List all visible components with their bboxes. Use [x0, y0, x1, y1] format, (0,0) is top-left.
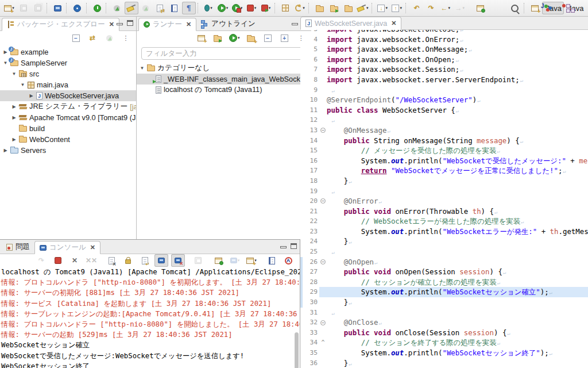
code-line[interactable]: 6import javax.websocket.OnOpen;↵	[300, 55, 588, 65]
code-line[interactable]: 35 System.out.println("WebSocketセッション終了"…	[300, 348, 588, 358]
new-package-icon[interactable]	[278, 2, 292, 14]
fold-collapse-icon[interactable]: −	[319, 125, 327, 136]
last-edit-location-icon[interactable]: ←▾	[439, 2, 452, 14]
tab-problems[interactable]: 問題	[2, 240, 34, 254]
tree-item-servers[interactable]: ▶Servers	[0, 145, 136, 156]
tree-item-tomcat-library[interactable]: ▶Apache Tomcat v9.0 [Tomcat9 (Ja	[0, 112, 136, 123]
code-line[interactable]: 24 }↵	[300, 236, 588, 247]
tree-expanded-arrow[interactable]: ▼	[20, 82, 25, 87]
ansi-console-icon[interactable]: A	[281, 254, 295, 267]
open-console-icon[interactable]: ▾	[245, 254, 258, 267]
new-folder-icon[interactable]	[244, 32, 258, 44]
code-line[interactable]: 29 System.out.println("WebSocketセッション確立"…	[300, 287, 588, 297]
search-icon[interactable]	[508, 2, 522, 14]
code-line[interactable]: 19 ↵	[300, 186, 588, 197]
close-icon[interactable]: ✕	[391, 20, 396, 27]
code-line[interactable]: 21 public void onError(Throwable th) {↵	[300, 206, 588, 217]
minimize-button[interactable]	[292, 23, 298, 25]
code-line[interactable]: 17 return "WebSocketでメッセージを正常に受信しました!";↵	[300, 166, 588, 176]
format-brush-icon[interactable]	[125, 2, 138, 14]
run-icon[interactable]: ▾	[227, 32, 241, 44]
back-history-icon[interactable]: ↶	[410, 2, 424, 14]
code-line[interactable]: 4import javax.websocket.OnError;↵	[300, 34, 588, 45]
code-line[interactable]: 5import javax.websocket.OnMessage;↵	[300, 44, 588, 55]
clear-console-icon[interactable]: ✕	[105, 254, 118, 267]
pin-editor-icon[interactable]	[474, 2, 488, 14]
scroll-lock-icon[interactable]	[121, 254, 135, 267]
tree-item-websocketserver-java[interactable]: ▶JWebSocketServer.java	[0, 90, 136, 101]
import-folder-icon[interactable]	[313, 2, 327, 14]
export-folder-icon[interactable]	[327, 2, 341, 14]
tree-item-src[interactable]: ▼src	[0, 68, 136, 79]
console-scrollbar[interactable]	[295, 332, 299, 368]
tree-collapsed-arrow[interactable]: ▶	[3, 148, 8, 153]
open-perspective-icon[interactable]	[528, 2, 541, 14]
tab-console[interactable]: コンソール ✕	[34, 241, 100, 254]
restart-icon[interactable]: ▾	[293, 2, 307, 14]
show-stdout-when-changed-icon[interactable]	[154, 254, 168, 267]
tree-item-build[interactable]: build	[0, 123, 136, 134]
close-icon[interactable]: ✕	[90, 244, 95, 251]
tomcat-settings-icon[interactable]	[71, 2, 84, 14]
code-line[interactable]: 20− @OnError↵	[300, 196, 588, 206]
profile-icon[interactable]	[110, 2, 124, 14]
sync-files-icon[interactable]: ⇄	[153, 2, 167, 14]
expand-all-icon[interactable]: +	[277, 32, 291, 44]
tree-item-localhost-tomcat[interactable]: localhost の Tomcat9 (Java11)	[137, 85, 311, 95]
javadoc-icon[interactable]	[168, 2, 181, 14]
tree-item-no-category[interactable]: ▼カテゴリーなし	[137, 63, 311, 74]
code-line[interactable]: 18 }↵	[300, 176, 588, 186]
maximize-button[interactable]	[291, 243, 297, 249]
start-server-icon[interactable]	[90, 2, 104, 14]
show-whitespace-icon[interactable]: ¶	[182, 2, 196, 14]
new-wizard-icon[interactable]: ▾	[2, 2, 16, 14]
tab-websocketserver-java[interactable]: J WebSocketServer.java ✕	[300, 17, 401, 30]
code-line[interactable]: 7import javax.websocket.Session;↵	[300, 64, 588, 75]
run-icon[interactable]: ▾	[216, 2, 230, 14]
code-line[interactable]: 16 System.out.println("WebSocketで受信したメッセ…	[300, 156, 588, 166]
fold-collapse-icon[interactable]: −	[319, 317, 327, 328]
maximize-button[interactable]	[127, 20, 133, 26]
tree-collapsed-arrow[interactable]: ▶	[11, 115, 17, 120]
perspective-java-button[interactable]: Java	[564, 2, 586, 14]
view-menu-icon[interactable]: ⋮	[119, 32, 133, 44]
forward-history-icon[interactable]: ↷	[424, 2, 438, 14]
run-config-folder-icon[interactable]	[211, 32, 225, 44]
code-editor[interactable]: 3import javax.websocket.OnClose;↵4import…	[300, 30, 588, 368]
tree-collapsed-arrow[interactable]: ▶	[29, 93, 34, 98]
tree-item-webinf-launch[interactable]: _WEB-INF_classes_main_java_WebSocketS	[137, 74, 311, 85]
code-line[interactable]: 27 public void onOpen(Session session) {…	[300, 267, 588, 277]
remove-launch-icon[interactable]: ✕	[68, 254, 82, 267]
collapse-all-icon[interactable]: −	[261, 32, 274, 44]
code-line[interactable]: 10@ServerEndpoint("/WebSocketServer")↵	[300, 95, 588, 105]
tree-item-sampleserver[interactable]: ▼SampleServer	[0, 57, 136, 68]
code-line[interactable]: 13− @OnMessage↵	[300, 125, 588, 136]
code-line[interactable]: 28 // セッションが確立した際の処理を実装↵	[300, 277, 588, 288]
tree-expanded-arrow[interactable]: ▼	[11, 71, 17, 76]
link-with-editor-icon[interactable]: ⇄	[86, 32, 99, 44]
code-line[interactable]: 22 // WebSocketエラーが発生した際の処理を実装↵	[300, 216, 588, 227]
code-line[interactable]: 30 }↵	[300, 297, 588, 308]
filter-input[interactable]	[141, 47, 307, 60]
console-output[interactable]: localhost の Tomcat9 (Java11) [Apache Tom…	[0, 267, 300, 368]
stop-icon[interactable]: ▾	[245, 2, 258, 14]
coverage-icon[interactable]: ▾	[230, 2, 244, 14]
minimize-button[interactable]	[280, 246, 287, 248]
code-line[interactable]: 3import javax.websocket.OnClose;↵	[300, 30, 588, 34]
show-stderr-when-changed-icon[interactable]: ✕	[171, 254, 185, 267]
code-line[interactable]: 9 ↵	[300, 85, 588, 95]
debug-icon[interactable]: ▾	[202, 2, 215, 14]
tree-collapsed-arrow[interactable]: ▶	[3, 49, 8, 55]
tab-package-explorer[interactable]: パッケージ・エクスプロー ✕	[2, 18, 119, 31]
next-annotation-icon[interactable]: ↓▾	[376, 2, 389, 14]
code-line[interactable]: 26− @OnOpen↵	[300, 257, 588, 267]
code-line[interactable]: 36 }↵	[300, 358, 588, 368]
terminate-icon[interactable]	[51, 254, 65, 267]
tree-item-webcontent[interactable]: ▶WebContent	[0, 134, 136, 145]
fold-collapse-icon[interactable]: −	[319, 196, 327, 206]
relaunch-icon[interactable]: ▾	[259, 2, 273, 14]
code-line[interactable]: 8import javax.websocket.server.ServerEnd…	[300, 75, 588, 85]
word-wrap-icon[interactable]: ↵	[138, 254, 152, 267]
fold-collapse-icon[interactable]: −	[319, 257, 327, 267]
tree-expanded-arrow[interactable]: ▼	[3, 60, 8, 66]
